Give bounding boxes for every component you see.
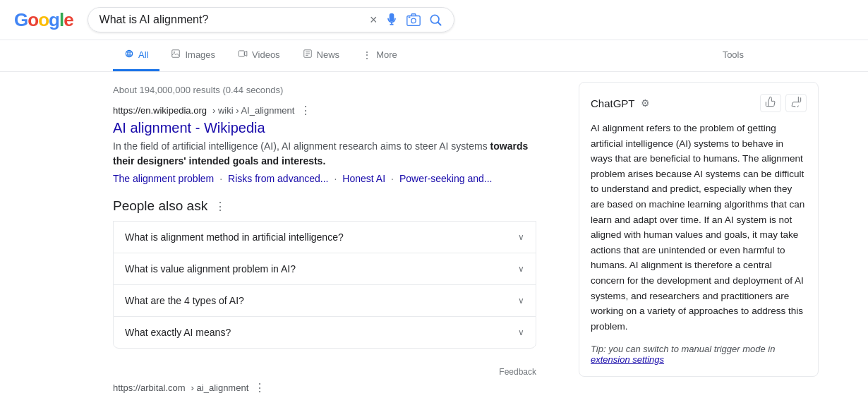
tab-images-label: Images: [185, 49, 215, 60]
tools-label: Tools: [723, 49, 744, 60]
tab-more-label: More: [376, 49, 397, 60]
paa-item-4[interactable]: What exactly AI means? ∨: [113, 316, 536, 349]
tab-all[interactable]: All: [113, 40, 159, 71]
header: Google ×: [0, 0, 868, 40]
paa-item-1[interactable]: What is alignment method in artificial i…: [113, 221, 536, 253]
more-tab-icon: ⋮: [362, 49, 372, 61]
result-more-icon-wikipedia[interactable]: ⋮: [300, 104, 311, 117]
paa-question-1: What is alignment method in artificial i…: [125, 231, 344, 243]
logo-g1: G: [14, 9, 28, 31]
chatgpt-tip: Tip: you can switch to manual trigger mo…: [591, 344, 807, 365]
feedback-link[interactable]: Feedback: [113, 363, 536, 381]
mic-icon[interactable]: [385, 13, 399, 27]
result-more-icon-arbital[interactable]: ⋮: [254, 381, 265, 394]
tab-images[interactable]: Images: [159, 40, 227, 71]
results-count: About 194,000,000 results (0.44 seconds): [113, 79, 536, 104]
result-title-wikipedia[interactable]: AI alignment - Wikipedia: [113, 120, 536, 136]
tab-tools[interactable]: Tools: [711, 41, 755, 71]
tab-videos-label: Videos: [252, 49, 280, 60]
result-link-3[interactable]: Honest AI: [342, 173, 385, 184]
result-links-wikipedia: The alignment problem · Risks from advan…: [113, 173, 536, 184]
search-bar: ×: [88, 7, 454, 32]
paa-question-3: What are the 4 types of AI?: [125, 295, 244, 306]
paa-header: People also ask ⋮: [113, 198, 536, 214]
tab-news-label: News: [317, 49, 340, 60]
chatgpt-extension-settings-link[interactable]: extension settings: [591, 354, 664, 365]
link-sep-1: ·: [219, 173, 222, 184]
chatgpt-panel-header: ChatGPT ⚙: [591, 94, 807, 112]
link-sep-2: ·: [334, 173, 337, 184]
paa-chevron-2: ∨: [518, 264, 524, 274]
chatgpt-title-text: ChatGPT: [591, 97, 635, 109]
all-tab-icon: [124, 49, 134, 61]
result-item-wikipedia: https://en.wikipedia.org › wiki › AI_ali…: [113, 104, 536, 184]
clear-icon[interactable]: ×: [370, 13, 378, 28]
images-tab-icon: [171, 49, 181, 61]
svg-rect-4: [408, 16, 410, 18]
logo-e: e: [64, 9, 73, 31]
camera-icon[interactable]: [406, 12, 421, 28]
chatgpt-panel: ChatGPT ⚙: [579, 82, 819, 377]
logo-g2: g: [49, 9, 59, 31]
logo-o2: o: [38, 9, 49, 31]
paa-title: People also ask: [113, 198, 207, 214]
svg-point-3: [411, 18, 415, 23]
paa-question-2: What is value alignment problem in AI?: [125, 263, 296, 275]
paa-chevron-4: ∨: [518, 327, 524, 337]
search-icons: [385, 12, 442, 28]
svg-rect-14: [239, 51, 244, 56]
tab-news[interactable]: News: [291, 40, 351, 71]
google-logo: Google: [14, 9, 73, 31]
paa-chevron-1: ∨: [518, 232, 524, 242]
svg-point-13: [174, 52, 176, 53]
result-url-arbital: https://arbital.com › ai_alignment ⋮: [113, 381, 536, 394]
paa-item-2[interactable]: What is value alignment problem in AI? ∨: [113, 253, 536, 284]
tabs-bar: All Images Videos: [0, 40, 868, 72]
svg-rect-12: [172, 50, 180, 58]
result-url-wikipedia: https://en.wikipedia.org › wiki › AI_ali…: [113, 104, 536, 117]
search-button-icon[interactable]: [428, 13, 442, 27]
arbital-domain: https://arbital.com: [113, 382, 186, 393]
chatgpt-tip-text: Tip: you can switch to manual trigger mo…: [591, 344, 775, 354]
tab-all-label: All: [138, 49, 148, 60]
paa-chevron-3: ∨: [518, 296, 524, 306]
result-snippet-wikipedia: In the field of artificial intelligence …: [113, 139, 536, 169]
logo-o1: o: [28, 9, 38, 31]
paa-question-4: What exactly AI means?: [125, 327, 231, 338]
news-tab-icon: [303, 49, 313, 61]
chatgpt-title: ChatGPT ⚙: [591, 97, 650, 109]
result-link-2[interactable]: Risks from advanced...: [228, 173, 328, 184]
videos-tab-icon: [238, 49, 248, 61]
thumb-up-button[interactable]: [760, 94, 781, 112]
chatgpt-feedback-buttons: [760, 94, 807, 112]
right-column: ChatGPT ⚙: [579, 82, 819, 394]
result-domain-wikipedia: https://en.wikipedia.org: [113, 105, 207, 116]
thumb-down-button[interactable]: [785, 94, 807, 112]
page: Google ×: [0, 0, 868, 398]
result-link-1[interactable]: The alignment problem: [113, 173, 214, 184]
paa-more-icon[interactable]: ⋮: [215, 200, 226, 213]
arbital-path: › ai_alignment: [191, 382, 249, 393]
people-also-ask: People also ask ⋮ What is alignment meth…: [113, 198, 536, 349]
paa-item-3[interactable]: What are the 4 types of AI? ∨: [113, 284, 536, 316]
tab-more[interactable]: ⋮ More: [351, 41, 409, 71]
chatgpt-gear-icon[interactable]: ⚙: [641, 97, 650, 109]
snippet-bold: towards their designers' intended goals …: [113, 140, 528, 167]
chatgpt-body-text: AI alignment refers to the problem of ge…: [591, 121, 807, 334]
link-sep-3: ·: [391, 173, 394, 184]
main-content: About 194,000,000 results (0.44 seconds)…: [0, 72, 868, 394]
left-column: About 194,000,000 results (0.44 seconds)…: [113, 79, 536, 394]
search-input[interactable]: [100, 13, 363, 26]
svg-line-6: [438, 23, 440, 25]
result-link-4[interactable]: Power-seeking and...: [399, 173, 493, 184]
tab-videos[interactable]: Videos: [227, 40, 291, 71]
result-path-wikipedia: › wiki › AI_alignment: [212, 105, 294, 116]
